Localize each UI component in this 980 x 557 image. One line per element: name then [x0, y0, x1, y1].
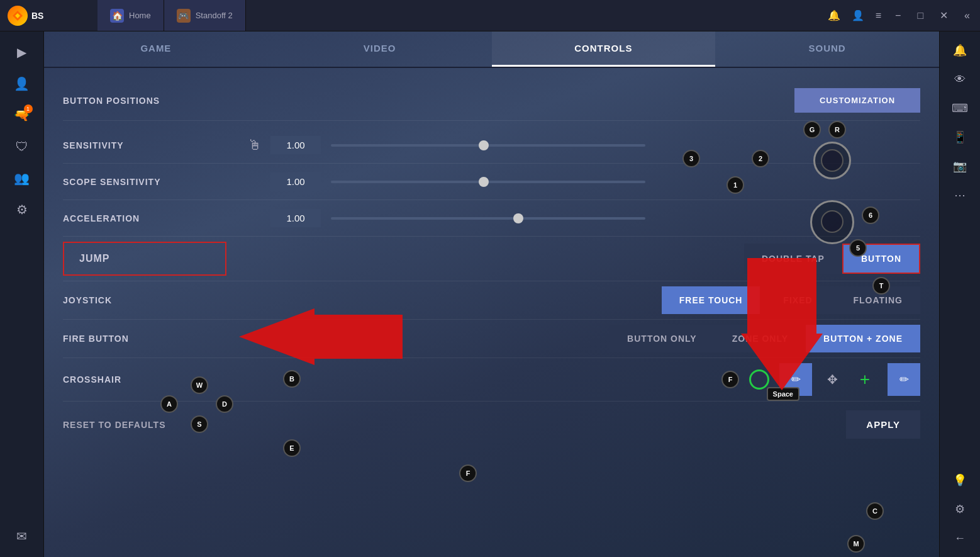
apply-button[interactable]: APPLY [846, 410, 920, 439]
button-positions-row: BUTTON POSITIONS CUSTOMIZATION [63, 81, 920, 121]
game-tab-label: Standoff 2 [196, 11, 233, 20]
t-key-badge: T [872, 277, 890, 295]
badge-count: 1 [24, 104, 33, 113]
home-tab-label: Home [129, 11, 151, 20]
minimize-button[interactable]: − [893, 10, 903, 21]
acceleration-row: ACCELERATION 1.00 [63, 200, 920, 237]
acceleration-thumb[interactable] [513, 213, 523, 223]
maximize-button[interactable]: □ [915, 10, 926, 21]
right-gear-icon[interactable]: ⚙ [947, 497, 972, 522]
e-key-badge: E [283, 439, 301, 457]
crosshair-label: CROSSHAIR [63, 374, 239, 385]
g-key-badge: G [803, 121, 821, 138]
aim-circle-inner [821, 149, 844, 172]
scope-sensitivity-thumb[interactable] [479, 177, 489, 187]
left-sidebar: ▶ 👤 🔫 1 🛡 👥 ⚙ ✉ [0, 31, 44, 557]
close-button[interactable]: ✕ [937, 9, 950, 21]
f-key-overlay-badge: F [459, 464, 477, 482]
left-arrow [239, 308, 403, 365]
scope-sensitivity-slider-area: 1.00 [239, 172, 920, 191]
sidebar-item-mail[interactable]: ✉ [8, 522, 36, 551]
right-eye-icon[interactable]: 👁 [947, 67, 972, 92]
right-bell-icon[interactable]: 🔔 [947, 38, 972, 63]
right-back-icon[interactable]: ← [947, 526, 972, 551]
sidebar-item-users[interactable]: 👥 [8, 164, 36, 193]
n5-key-badge: 5 [849, 239, 867, 257]
tab-video[interactable]: VIDEO [268, 31, 492, 67]
right-bulb-icon[interactable]: 💡 [947, 468, 972, 493]
tab-controls[interactable]: CONTROLS [492, 31, 716, 67]
sensitivity-label: SENSITIVITY [63, 140, 239, 150]
n1-key-badge: 1 [727, 176, 744, 194]
svg-marker-2 [239, 308, 403, 365]
scope-sensitivity-value: 1.00 [270, 172, 321, 191]
n6-key-badge: 6 [862, 206, 879, 224]
main-content: GAME VIDEO CONTROLS SOUND BUTTON POSITIO… [44, 31, 939, 557]
c-key-badge: C [866, 502, 884, 520]
menu-icon[interactable]: ≡ [876, 10, 881, 21]
jump-label: JUMP [79, 253, 109, 264]
nav-tabs: GAME VIDEO CONTROLS SOUND [44, 31, 939, 68]
right-mobile-icon[interactable]: 📱 [947, 125, 972, 150]
sensitivity-thumb[interactable] [479, 140, 489, 150]
acceleration-track[interactable] [331, 217, 645, 220]
drag-icon: ✥ [822, 369, 842, 390]
mouse-icon: 🖱 [239, 137, 270, 154]
right-more-icon[interactable]: ⋯ [947, 183, 972, 208]
home-tab-icon: 🏠 [110, 9, 124, 23]
bluestacks-logo[interactable]: BS [0, 6, 97, 26]
scope-sensitivity-label: SCOPE SENSITIVITY [63, 177, 239, 187]
game-tab-icon: 🎮 [177, 9, 191, 23]
acceleration-value: 1.00 [270, 209, 321, 227]
right-keyboard-icon[interactable]: ⌨ [947, 96, 972, 121]
tab-game[interactable]: GAME [44, 31, 268, 67]
w-key-badge: W [191, 376, 208, 394]
fire-button-label: FIRE BUTTON [63, 334, 239, 344]
fire-button-only[interactable]: BUTTON ONLY [610, 325, 715, 352]
sensitivity-value: 1.00 [270, 136, 321, 154]
s-key-badge: S [191, 415, 208, 433]
a-key-badge: A [160, 395, 178, 413]
sensitivity-track[interactable] [331, 144, 645, 147]
acceleration-label: ACCELERATION [63, 213, 239, 223]
svg-marker-3 [741, 258, 823, 390]
titlebar-controls: 🔔 👤 ≡ − □ ✕ « [828, 9, 980, 21]
joystick-label: JOYSTICK [63, 295, 239, 305]
f-key-badge: F [721, 371, 739, 388]
right-sidebar: 🔔 👁 ⌨ 📱 📷 ⋯ 💡 ⚙ ← [939, 31, 980, 557]
sidebar-item-profile[interactable]: 👤 [8, 69, 36, 98]
bluestacks-icon [8, 6, 28, 26]
sensitivity-row: SENSITIVITY 🖱 1.00 [63, 127, 920, 164]
m-key-badge: M [847, 535, 865, 553]
aim-circle2-inner [821, 210, 844, 233]
right-camera-icon[interactable]: 📷 [947, 154, 972, 179]
crosshair-plus-icon: + [852, 367, 877, 392]
b-key-badge: B [283, 370, 301, 388]
bell-icon[interactable]: 🔔 [828, 9, 840, 21]
fire-button-zone[interactable]: BUTTON + ZONE [806, 325, 920, 352]
scope-sensitivity-track[interactable] [331, 181, 645, 183]
scope-sensitivity-row: SCOPE SENSITIVITY 1.00 [63, 164, 920, 200]
home-tab[interactable]: 🏠 Home [97, 0, 164, 31]
reset-label: RESET TO DEFAULTS [63, 420, 239, 430]
sidebar-item-settings[interactable]: ⚙ [8, 195, 36, 224]
crosshair-edit2-button[interactable]: ✏ [888, 363, 920, 396]
n3-key-badge: 3 [682, 150, 700, 167]
d-key-badge: D [216, 395, 233, 413]
profile-icon[interactable]: 👤 [852, 9, 864, 21]
customization-button[interactable]: CUSTOMIZATION [794, 88, 920, 113]
sidebar-item-shield[interactable]: 🛡 [8, 132, 36, 161]
down-arrow [741, 258, 823, 390]
collapse-icon[interactable]: « [962, 10, 972, 21]
button-positions-label: BUTTON POSITIONS [63, 96, 239, 106]
jump-box: JUMP [63, 242, 226, 276]
n2-key-badge: 2 [752, 150, 769, 167]
sidebar-item-gun[interactable]: 🔫 1 [8, 101, 36, 130]
titlebar: BS 🏠 Home 🎮 Standoff 2 🔔 👤 ≡ − □ ✕ « [0, 0, 980, 31]
r-key-badge: R [828, 121, 846, 138]
sidebar-item-play[interactable]: ▶ [8, 38, 36, 67]
tab-sound[interactable]: SOUND [715, 31, 939, 67]
bluestacks-label: BS [31, 11, 43, 21]
game-tab[interactable]: 🎮 Standoff 2 [164, 0, 246, 31]
